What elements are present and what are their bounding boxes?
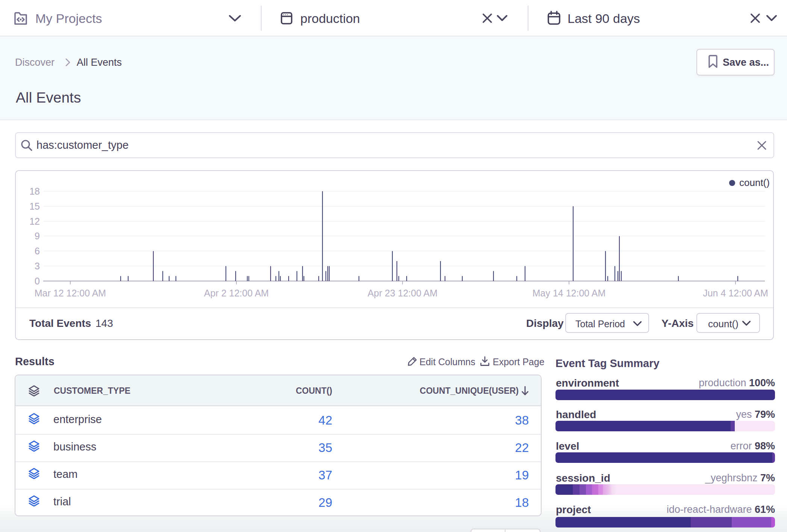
svg-text:count(): count() [739, 177, 770, 188]
svg-text:9: 9 [35, 231, 40, 241]
svg-text:18: 18 [29, 186, 40, 196]
svg-text:Mar 12 12:00 AM: Mar 12 12:00 AM [35, 288, 106, 298]
svg-text:May 14 12:00 AM: May 14 12:00 AM [533, 288, 606, 298]
svg-text:6: 6 [35, 246, 40, 256]
svg-text:15: 15 [29, 201, 40, 212]
svg-text:0: 0 [35, 276, 40, 286]
svg-text:Jun 4 12:00 AM: Jun 4 12:00 AM [703, 288, 768, 298]
svg-text:Apr 23 12:00 AM: Apr 23 12:00 AM [368, 288, 437, 298]
svg-text:3: 3 [35, 261, 40, 271]
svg-text:12: 12 [29, 216, 40, 227]
svg-text:Apr 2 12:00 AM: Apr 2 12:00 AM [204, 288, 269, 298]
